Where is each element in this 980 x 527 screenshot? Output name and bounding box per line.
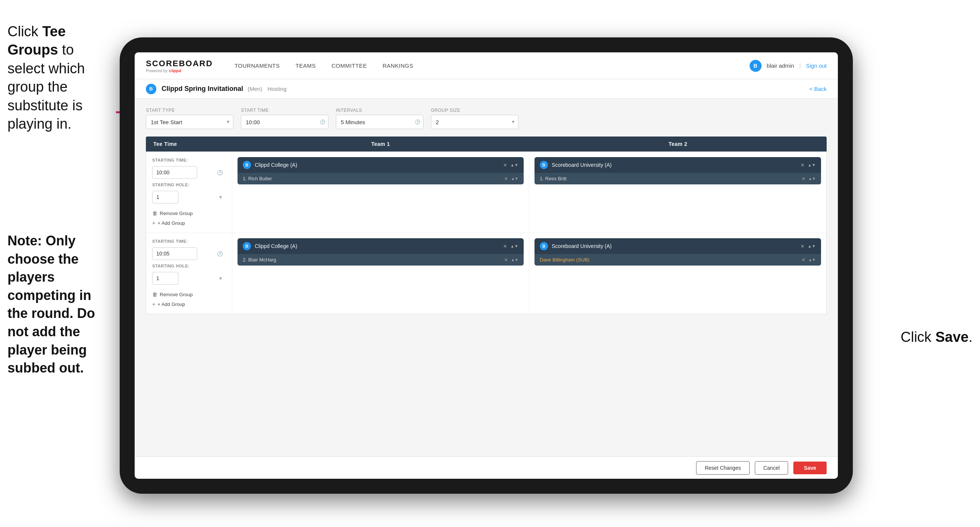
team1-name: Clippd College (A) — [255, 162, 500, 168]
group-2-team1-slot[interactable]: B Clippd College (A) ✕ ▲▼ 2. Blair McHar… — [237, 238, 523, 266]
g2-team1-name: Clippd College (A) — [255, 243, 500, 249]
group-2-team2-slot[interactable]: B Scoreboard University (A) ✕ ▲▼ Dave Bi… — [535, 238, 821, 266]
group-2-time-input[interactable] — [152, 247, 197, 260]
team2-remove-icon[interactable]: ✕ — [800, 162, 805, 168]
add-icon: + — [152, 220, 155, 226]
player-name: 1. Rich Butler — [243, 176, 501, 182]
bottom-bar: Reset Changes Cancel Save — [135, 456, 838, 479]
reset-changes-button[interactable]: Reset Changes — [696, 461, 749, 474]
list-item: 1. Rich Butler ✕ ▲▼ — [237, 173, 523, 185]
intervals-field: Intervals 🕐 — [336, 108, 423, 129]
start-time-input[interactable] — [241, 115, 328, 129]
list-item: 1. Rees Britt ✕ ▲▼ — [535, 173, 821, 185]
nav-tournaments[interactable]: TOURNAMENTS — [228, 60, 286, 71]
starting-time-label-2: STARTING TIME: — [152, 239, 226, 244]
tournament-gender: (Men) — [248, 86, 262, 92]
user-avatar: B — [749, 60, 762, 72]
add-icon-2: + — [152, 301, 155, 307]
starting-hole-label-1: STARTING HOLE: — [152, 183, 226, 187]
group-1-actions: 🗑 Remove Group + + Add Group — [152, 209, 226, 227]
remove-group-2-button[interactable]: 🗑 Remove Group — [152, 291, 226, 298]
group-1-left: STARTING TIME: 🕐 STARTING HOLE: ▼ — [146, 152, 232, 232]
group-size-field: Group Size ▼ — [431, 108, 519, 129]
logo-powered: Powered by clippd — [146, 68, 213, 73]
g2-team2-remove-icon[interactable]: ✕ — [800, 244, 805, 249]
nav-items: TOURNAMENTS TEAMS COMMITTEE RANKINGS — [228, 60, 749, 71]
team2-header: Team 2 — [529, 137, 827, 151]
tablet-screen: SCOREBOARD Powered by clippd TOURNAMENTS… — [135, 53, 838, 479]
g2-team2-sort-icon: ▲▼ — [808, 244, 816, 248]
start-time-label: Start Time — [241, 108, 328, 113]
start-type-chevron-icon: ▼ — [226, 119, 231, 124]
logo-area: SCOREBOARD Powered by clippd — [146, 59, 213, 73]
team2-badge: B — [540, 161, 548, 169]
tee-groups-container: STARTING TIME: 🕐 STARTING HOLE: ▼ — [146, 151, 827, 314]
group-size-input[interactable] — [431, 115, 519, 129]
g2-team1-badge: B — [243, 242, 251, 250]
sign-out-link[interactable]: Sign out — [806, 62, 827, 69]
nav-rankings[interactable]: RANKINGS — [376, 60, 420, 71]
remove-icon: 🗑 — [152, 210, 158, 216]
nav-teams[interactable]: TEAMS — [289, 60, 323, 71]
add-group-1-button[interactable]: + + Add Group — [152, 219, 226, 227]
group-1-team2-slot[interactable]: B Scoreboard University (A) ✕ ▲▼ 1. Rees… — [535, 157, 821, 185]
navbar: SCOREBOARD Powered by clippd TOURNAMENTS… — [135, 53, 838, 79]
group-1-team1-slot[interactable]: B Clippd College (A) ✕ ▲▼ 1. Rich Butler — [237, 157, 523, 185]
intervals-input[interactable] — [336, 115, 423, 129]
g2-team2-name: Scoreboard University (A) — [552, 243, 797, 249]
g2-sub-player-remove-icon[interactable]: ✕ — [802, 257, 805, 263]
group-2-team2-cell: B Scoreboard University (A) ✕ ▲▼ Dave Bi… — [529, 233, 826, 314]
group-2-team1-cell: B Clippd College (A) ✕ ▲▼ 2. Blair McHar… — [232, 233, 529, 314]
settings-row: Start Type ▼ Start Time 🕐 Intervals — [146, 108, 827, 129]
g2-team2-badge: B — [540, 242, 548, 250]
start-type-field: Start Type ▼ — [146, 108, 234, 129]
group-size-label: Group Size — [431, 108, 519, 113]
group-1-team2-cell: B Scoreboard University (A) ✕ ▲▼ 1. Rees… — [529, 152, 826, 232]
g2-player-name: 2. Blair McHarg — [243, 257, 501, 263]
team2-sort-icon: ▲▼ — [808, 163, 816, 167]
team1-remove-icon[interactable]: ✕ — [503, 162, 507, 168]
hosting-label: Hosting — [267, 86, 286, 92]
instruction-note: Note: Only choose the players competing … — [0, 232, 116, 377]
player-sort-icon: ▲▼ — [808, 177, 816, 181]
save-button[interactable]: Save — [793, 462, 827, 474]
instruction-right: Click Save. — [901, 329, 972, 345]
logo-scoreboard: SCOREBOARD — [146, 59, 213, 68]
intervals-label: Intervals — [336, 108, 423, 113]
start-time-field: Start Time 🕐 — [241, 108, 328, 129]
cancel-button[interactable]: Cancel — [755, 461, 789, 474]
remove-icon-2: 🗑 — [152, 291, 158, 297]
add-group-2-button[interactable]: + + Add Group — [152, 300, 226, 308]
tee-groups-bold: Tee Groups — [8, 24, 66, 57]
g2-player-remove-icon[interactable]: ✕ — [504, 257, 508, 263]
nav-committee[interactable]: COMMITTEE — [325, 60, 374, 71]
group-1-time-input[interactable] — [152, 166, 197, 179]
group-2-hole-chevron-icon: ▼ — [218, 275, 223, 281]
scroll-spacer — [146, 314, 827, 325]
team2-name: Scoreboard University (A) — [552, 162, 797, 168]
start-type-label: Start Type — [146, 108, 234, 113]
note-bold: Only choose the players competing in the… — [8, 233, 95, 376]
save-bold: Save — [935, 329, 969, 345]
remove-group-1-button[interactable]: 🗑 Remove Group — [152, 209, 226, 217]
group-1-time-icon: 🕐 — [217, 170, 223, 175]
starting-hole-label-2: STARTING HOLE: — [152, 264, 226, 268]
group-1-team1-cell: B Clippd College (A) ✕ ▲▼ 1. Rich Butler — [232, 152, 529, 232]
main-content: Start Type ▼ Start Time 🕐 Intervals — [135, 99, 838, 456]
table-header: Tee Time Team 1 Team 2 — [146, 137, 827, 151]
g2-team1-remove-icon[interactable]: ✕ — [503, 244, 507, 249]
group-1-hole-input[interactable] — [152, 191, 178, 204]
sub-header-badge: B — [146, 84, 156, 94]
g2-team1-sort-icon: ▲▼ — [510, 244, 519, 248]
sub-header: B Clippd Spring Invitational (Men) Hosti… — [135, 79, 838, 99]
back-button[interactable]: < Back — [810, 86, 827, 92]
nav-right: B blair admin | Sign out — [749, 60, 827, 72]
player-remove-icon[interactable]: ✕ — [504, 176, 508, 182]
start-type-input[interactable] — [146, 115, 234, 129]
player-remove-icon[interactable]: ✕ — [802, 176, 805, 182]
group-2-time-icon: 🕐 — [217, 251, 223, 256]
team1-header: Team 1 — [232, 137, 529, 151]
tournament-title: Clippd Spring Invitational — [162, 85, 243, 93]
team1-badge: B — [243, 161, 251, 169]
group-2-hole-input[interactable] — [152, 272, 178, 285]
